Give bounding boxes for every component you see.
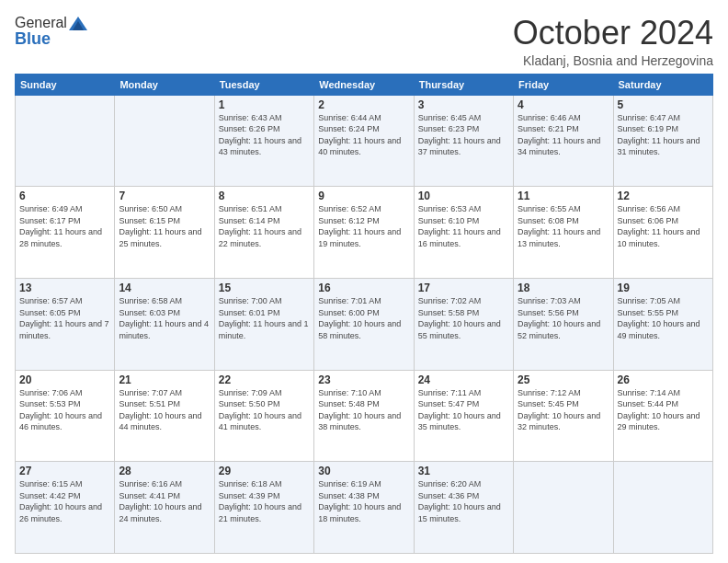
day-info: Sunrise: 7:01 AM Sunset: 6:00 PM Dayligh…: [318, 295, 409, 341]
day-info: Sunrise: 6:20 AM Sunset: 4:36 PM Dayligh…: [418, 478, 509, 524]
header: General Blue October 2024 Kladanj, Bosni…: [15, 15, 713, 68]
weekday-header: Sunday: [16, 74, 115, 95]
day-info: Sunrise: 6:47 AM Sunset: 6:19 PM Dayligh…: [618, 112, 709, 158]
day-number: 21: [119, 373, 210, 386]
calendar-week-row: 13Sunrise: 6:57 AM Sunset: 6:05 PM Dayli…: [16, 278, 713, 370]
location: Kladanj, Bosnia and Herzegovina: [513, 53, 713, 68]
calendar-cell: 28Sunrise: 6:16 AM Sunset: 4:41 PM Dayli…: [115, 462, 214, 554]
day-number: 16: [318, 282, 409, 294]
calendar-cell: 7Sunrise: 6:50 AM Sunset: 6:15 PM Daylig…: [115, 187, 214, 279]
day-number: 27: [19, 465, 110, 477]
calendar-cell: 26Sunrise: 7:14 AM Sunset: 5:44 PM Dayli…: [613, 370, 712, 462]
day-info: Sunrise: 6:43 AM Sunset: 6:26 PM Dayligh…: [219, 112, 310, 158]
calendar-cell: 9Sunrise: 6:52 AM Sunset: 6:12 PM Daylig…: [314, 187, 414, 279]
calendar-cell: 14Sunrise: 6:58 AM Sunset: 6:03 PM Dayli…: [115, 278, 214, 370]
calendar-header-row: SundayMondayTuesdayWednesdayThursdayFrid…: [16, 74, 713, 95]
day-number: 2: [318, 98, 409, 111]
calendar-cell: 8Sunrise: 6:51 AM Sunset: 6:14 PM Daylig…: [214, 187, 313, 279]
calendar-week-row: 1Sunrise: 6:43 AM Sunset: 6:26 PM Daylig…: [16, 95, 713, 187]
day-info: Sunrise: 6:53 AM Sunset: 6:10 PM Dayligh…: [418, 203, 509, 249]
calendar-week-row: 20Sunrise: 7:06 AM Sunset: 5:53 PM Dayli…: [16, 370, 713, 462]
calendar-cell: 25Sunrise: 7:12 AM Sunset: 5:45 PM Dayli…: [514, 370, 613, 462]
day-number: 1: [219, 98, 310, 111]
day-info: Sunrise: 6:18 AM Sunset: 4:39 PM Dayligh…: [219, 478, 310, 524]
day-number: 7: [119, 190, 210, 202]
calendar-cell: 19Sunrise: 7:05 AM Sunset: 5:55 PM Dayli…: [613, 278, 712, 370]
calendar-cell: [613, 462, 712, 554]
day-info: Sunrise: 6:57 AM Sunset: 6:05 PM Dayligh…: [19, 295, 110, 341]
weekday-header: Monday: [115, 74, 214, 95]
calendar-cell: 23Sunrise: 7:10 AM Sunset: 5:48 PM Dayli…: [314, 370, 414, 462]
calendar-cell: 3Sunrise: 6:45 AM Sunset: 6:23 PM Daylig…: [414, 95, 513, 187]
day-number: 10: [418, 190, 509, 202]
day-info: Sunrise: 6:55 AM Sunset: 6:08 PM Dayligh…: [518, 203, 609, 249]
day-info: Sunrise: 6:15 AM Sunset: 4:42 PM Dayligh…: [19, 478, 110, 524]
calendar-cell: [16, 95, 115, 187]
day-info: Sunrise: 7:06 AM Sunset: 5:53 PM Dayligh…: [19, 387, 110, 433]
day-number: 18: [518, 282, 609, 294]
day-number: 8: [219, 190, 310, 202]
day-number: 24: [418, 373, 509, 386]
day-number: 13: [19, 282, 110, 294]
day-number: 3: [418, 98, 509, 111]
day-info: Sunrise: 6:46 AM Sunset: 6:21 PM Dayligh…: [518, 112, 609, 158]
weekday-header: Thursday: [414, 74, 513, 95]
weekday-header: Saturday: [613, 74, 712, 95]
day-info: Sunrise: 7:05 AM Sunset: 5:55 PM Dayligh…: [618, 295, 709, 341]
day-info: Sunrise: 6:16 AM Sunset: 4:41 PM Dayligh…: [119, 478, 210, 524]
title-area: October 2024 Kladanj, Bosnia and Herzego…: [513, 15, 713, 68]
day-number: 14: [119, 282, 210, 294]
day-number: 9: [318, 190, 409, 202]
day-info: Sunrise: 7:09 AM Sunset: 5:50 PM Dayligh…: [219, 387, 310, 433]
day-info: Sunrise: 6:45 AM Sunset: 6:23 PM Dayligh…: [418, 112, 509, 158]
day-info: Sunrise: 7:10 AM Sunset: 5:48 PM Dayligh…: [318, 387, 409, 433]
calendar-cell: 5Sunrise: 6:47 AM Sunset: 6:19 PM Daylig…: [613, 95, 712, 187]
day-number: 12: [618, 190, 709, 202]
day-number: 23: [318, 373, 409, 386]
day-info: Sunrise: 6:49 AM Sunset: 6:17 PM Dayligh…: [19, 203, 110, 249]
logo-icon: [69, 17, 87, 30]
day-info: Sunrise: 6:50 AM Sunset: 6:15 PM Dayligh…: [119, 203, 210, 249]
calendar-cell: 29Sunrise: 6:18 AM Sunset: 4:39 PM Dayli…: [214, 462, 313, 554]
day-info: Sunrise: 7:07 AM Sunset: 5:51 PM Dayligh…: [119, 387, 210, 433]
calendar-cell: 1Sunrise: 6:43 AM Sunset: 6:26 PM Daylig…: [214, 95, 313, 187]
day-number: 5: [618, 98, 709, 111]
day-number: 26: [618, 373, 709, 386]
day-info: Sunrise: 7:14 AM Sunset: 5:44 PM Dayligh…: [618, 387, 709, 433]
day-number: 29: [219, 465, 310, 477]
day-number: 19: [618, 282, 709, 294]
weekday-header: Tuesday: [214, 74, 313, 95]
day-number: 31: [418, 465, 509, 477]
calendar-cell: [514, 462, 613, 554]
calendar-cell: 16Sunrise: 7:01 AM Sunset: 6:00 PM Dayli…: [314, 278, 414, 370]
calendar-cell: 12Sunrise: 6:56 AM Sunset: 6:06 PM Dayli…: [613, 187, 712, 279]
calendar-cell: 4Sunrise: 6:46 AM Sunset: 6:21 PM Daylig…: [514, 95, 613, 187]
logo-blue-text: Blue: [15, 29, 51, 49]
calendar-week-row: 27Sunrise: 6:15 AM Sunset: 4:42 PM Dayli…: [16, 462, 713, 554]
calendar-cell: 15Sunrise: 7:00 AM Sunset: 6:01 PM Dayli…: [214, 278, 313, 370]
weekday-header: Wednesday: [314, 74, 414, 95]
day-info: Sunrise: 6:56 AM Sunset: 6:06 PM Dayligh…: [618, 203, 709, 249]
day-info: Sunrise: 6:44 AM Sunset: 6:24 PM Dayligh…: [318, 112, 409, 158]
calendar-cell: 20Sunrise: 7:06 AM Sunset: 5:53 PM Dayli…: [16, 370, 115, 462]
day-info: Sunrise: 6:51 AM Sunset: 6:14 PM Dayligh…: [219, 203, 310, 249]
calendar-cell: [115, 95, 214, 187]
calendar-cell: 21Sunrise: 7:07 AM Sunset: 5:51 PM Dayli…: [115, 370, 214, 462]
day-info: Sunrise: 7:03 AM Sunset: 5:56 PM Dayligh…: [518, 295, 609, 341]
day-number: 4: [518, 98, 609, 111]
day-number: 15: [219, 282, 310, 294]
day-info: Sunrise: 6:58 AM Sunset: 6:03 PM Dayligh…: [119, 295, 210, 341]
calendar-cell: 27Sunrise: 6:15 AM Sunset: 4:42 PM Dayli…: [16, 462, 115, 554]
calendar-cell: 11Sunrise: 6:55 AM Sunset: 6:08 PM Dayli…: [514, 187, 613, 279]
day-number: 30: [318, 465, 409, 477]
day-info: Sunrise: 7:11 AM Sunset: 5:47 PM Dayligh…: [418, 387, 509, 433]
calendar-table: SundayMondayTuesdayWednesdayThursdayFrid…: [15, 74, 713, 554]
day-info: Sunrise: 7:00 AM Sunset: 6:01 PM Dayligh…: [219, 295, 310, 341]
calendar-cell: 22Sunrise: 7:09 AM Sunset: 5:50 PM Dayli…: [214, 370, 313, 462]
day-number: 11: [518, 190, 609, 202]
calendar-week-row: 6Sunrise: 6:49 AM Sunset: 6:17 PM Daylig…: [16, 187, 713, 279]
day-number: 6: [19, 190, 110, 202]
calendar-cell: 17Sunrise: 7:02 AM Sunset: 5:58 PM Dayli…: [414, 278, 513, 370]
calendar-cell: 2Sunrise: 6:44 AM Sunset: 6:24 PM Daylig…: [314, 95, 414, 187]
day-info: Sunrise: 7:02 AM Sunset: 5:58 PM Dayligh…: [418, 295, 509, 341]
